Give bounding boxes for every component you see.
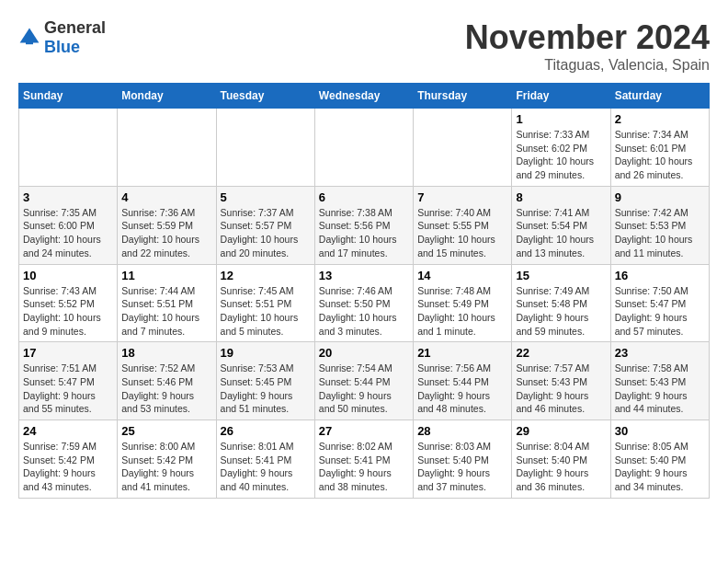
calendar-cell: 15Sunrise: 7:49 AM Sunset: 5:48 PM Dayli… [512,264,610,342]
location-title: Titaguas, Valencia, Spain [465,57,710,74]
day-number: 23 [615,346,705,360]
calendar-cell: 11Sunrise: 7:44 AM Sunset: 5:51 PM Dayli… [118,264,216,342]
calendar-cell: 20Sunrise: 7:54 AM Sunset: 5:44 PM Dayli… [314,342,413,420]
weekday-header-wednesday: Wednesday [314,84,413,109]
calendar-cell: 16Sunrise: 7:50 AM Sunset: 5:47 PM Dayli… [610,264,709,342]
day-number: 11 [121,269,211,282]
day-info: Sunrise: 7:40 AM Sunset: 5:55 PM Dayligh… [417,206,507,260]
day-info: Sunrise: 7:57 AM Sunset: 5:43 PM Dayligh… [516,362,606,416]
calendar-cell: 19Sunrise: 7:53 AM Sunset: 5:45 PM Dayli… [216,342,314,420]
calendar-cell: 14Sunrise: 7:48 AM Sunset: 5:49 PM Dayli… [414,264,512,342]
day-info: Sunrise: 7:50 AM Sunset: 5:47 PM Dayligh… [615,284,705,339]
calendar-cell: 5Sunrise: 7:37 AM Sunset: 5:57 PM Daylig… [216,186,314,264]
calendar-cell: 24Sunrise: 7:59 AM Sunset: 5:42 PM Dayli… [19,420,118,499]
calendar-cell: 22Sunrise: 7:57 AM Sunset: 5:43 PM Dayli… [512,342,610,420]
logo-icon [18,27,40,49]
calendar-cell: 2Sunrise: 7:34 AM Sunset: 6:01 PM Daylig… [610,109,709,187]
day-number: 29 [516,424,606,438]
day-number: 28 [417,424,507,438]
calendar-cell [314,109,413,187]
day-number: 7 [417,190,507,204]
weekday-header-sunday: Sunday [19,84,118,109]
day-number: 21 [417,346,507,360]
day-number: 13 [319,269,409,282]
day-number: 6 [319,190,409,204]
day-info: Sunrise: 7:45 AM Sunset: 5:51 PM Dayligh… [221,284,311,339]
logo: General Blue [18,18,106,57]
calendar-cell: 9Sunrise: 7:42 AM Sunset: 5:53 PM Daylig… [610,186,709,264]
day-info: Sunrise: 7:42 AM Sunset: 5:53 PM Dayligh… [615,206,705,260]
day-info: Sunrise: 8:01 AM Sunset: 5:41 PM Dayligh… [221,440,311,494]
calendar-cell [19,109,118,187]
calendar-cell: 21Sunrise: 7:56 AM Sunset: 5:44 PM Dayli… [414,342,512,420]
page-header: General Blue November 2024 Titaguas, Val… [18,18,710,74]
weekday-header-friday: Friday [512,84,610,109]
calendar-cell: 25Sunrise: 8:00 AM Sunset: 5:42 PM Dayli… [118,420,216,499]
title-section: November 2024 Titaguas, Valencia, Spain [465,18,710,74]
day-info: Sunrise: 8:02 AM Sunset: 5:41 PM Dayligh… [319,440,409,494]
day-number: 17 [23,346,113,360]
calendar-cell: 18Sunrise: 7:52 AM Sunset: 5:46 PM Dayli… [118,342,216,420]
calendar-week-4: 17Sunrise: 7:51 AM Sunset: 5:47 PM Dayli… [19,342,710,420]
day-number: 9 [615,190,705,204]
calendar-cell: 27Sunrise: 8:02 AM Sunset: 5:41 PM Dayli… [314,420,413,499]
calendar-cell: 12Sunrise: 7:45 AM Sunset: 5:51 PM Dayli… [216,264,314,342]
weekday-header-monday: Monday [118,84,216,109]
weekday-header-thursday: Thursday [414,84,512,109]
day-info: Sunrise: 7:36 AM Sunset: 5:59 PM Dayligh… [121,206,211,260]
day-info: Sunrise: 8:05 AM Sunset: 5:40 PM Dayligh… [615,440,705,494]
day-info: Sunrise: 7:41 AM Sunset: 5:54 PM Dayligh… [516,206,606,260]
day-number: 8 [516,190,606,204]
month-title: November 2024 [465,18,710,57]
calendar-week-3: 10Sunrise: 7:43 AM Sunset: 5:52 PM Dayli… [19,264,710,342]
calendar-week-1: 1Sunrise: 7:33 AM Sunset: 6:02 PM Daylig… [19,109,710,187]
day-info: Sunrise: 7:35 AM Sunset: 6:00 PM Dayligh… [23,206,113,260]
weekday-header-row: SundayMondayTuesdayWednesdayThursdayFrid… [19,84,710,109]
day-info: Sunrise: 7:48 AM Sunset: 5:49 PM Dayligh… [417,284,507,339]
day-number: 1 [516,112,606,126]
calendar-cell: 28Sunrise: 8:03 AM Sunset: 5:40 PM Dayli… [414,420,512,499]
day-number: 20 [319,346,409,360]
day-info: Sunrise: 7:49 AM Sunset: 5:48 PM Dayligh… [516,284,606,339]
day-number: 19 [221,346,311,360]
day-info: Sunrise: 7:43 AM Sunset: 5:52 PM Dayligh… [23,284,113,339]
calendar-cell: 26Sunrise: 8:01 AM Sunset: 5:41 PM Dayli… [216,420,314,499]
day-info: Sunrise: 7:37 AM Sunset: 5:57 PM Dayligh… [221,206,311,260]
calendar-cell: 1Sunrise: 7:33 AM Sunset: 6:02 PM Daylig… [512,109,610,187]
weekday-header-saturday: Saturday [610,84,709,109]
calendar-cell: 3Sunrise: 7:35 AM Sunset: 6:00 PM Daylig… [19,186,118,264]
day-info: Sunrise: 7:54 AM Sunset: 5:44 PM Dayligh… [319,362,409,416]
day-number: 3 [23,190,113,204]
day-number: 12 [221,269,311,282]
day-info: Sunrise: 7:44 AM Sunset: 5:51 PM Dayligh… [121,284,211,339]
calendar-cell: 17Sunrise: 7:51 AM Sunset: 5:47 PM Dayli… [19,342,118,420]
day-number: 10 [23,269,113,282]
day-info: Sunrise: 8:03 AM Sunset: 5:40 PM Dayligh… [417,440,507,494]
calendar-cell: 30Sunrise: 8:05 AM Sunset: 5:40 PM Dayli… [610,420,709,499]
day-number: 25 [121,424,211,438]
calendar-cell [216,109,314,187]
calendar-cell [414,109,512,187]
calendar-cell: 29Sunrise: 8:04 AM Sunset: 5:40 PM Dayli… [512,420,610,499]
day-info: Sunrise: 7:34 AM Sunset: 6:01 PM Dayligh… [615,128,705,182]
day-number: 18 [121,346,211,360]
calendar-table: SundayMondayTuesdayWednesdayThursdayFrid… [18,83,710,499]
day-number: 26 [221,424,311,438]
logo-general-text: General [44,18,106,37]
day-info: Sunrise: 7:51 AM Sunset: 5:47 PM Dayligh… [23,362,113,416]
day-info: Sunrise: 7:58 AM Sunset: 5:43 PM Dayligh… [615,362,705,416]
day-number: 27 [319,424,409,438]
day-number: 30 [615,424,705,438]
svg-rect-1 [26,39,33,44]
day-number: 14 [417,269,507,282]
day-number: 24 [23,424,113,438]
calendar-cell: 13Sunrise: 7:46 AM Sunset: 5:50 PM Dayli… [314,264,413,342]
day-number: 2 [615,112,705,126]
day-info: Sunrise: 7:59 AM Sunset: 5:42 PM Dayligh… [23,440,113,494]
calendar-cell: 4Sunrise: 7:36 AM Sunset: 5:59 PM Daylig… [118,186,216,264]
day-number: 5 [221,190,311,204]
day-info: Sunrise: 8:00 AM Sunset: 5:42 PM Dayligh… [121,440,211,494]
day-info: Sunrise: 7:52 AM Sunset: 5:46 PM Dayligh… [121,362,211,416]
calendar-cell: 23Sunrise: 7:58 AM Sunset: 5:43 PM Dayli… [610,342,709,420]
day-number: 22 [516,346,606,360]
